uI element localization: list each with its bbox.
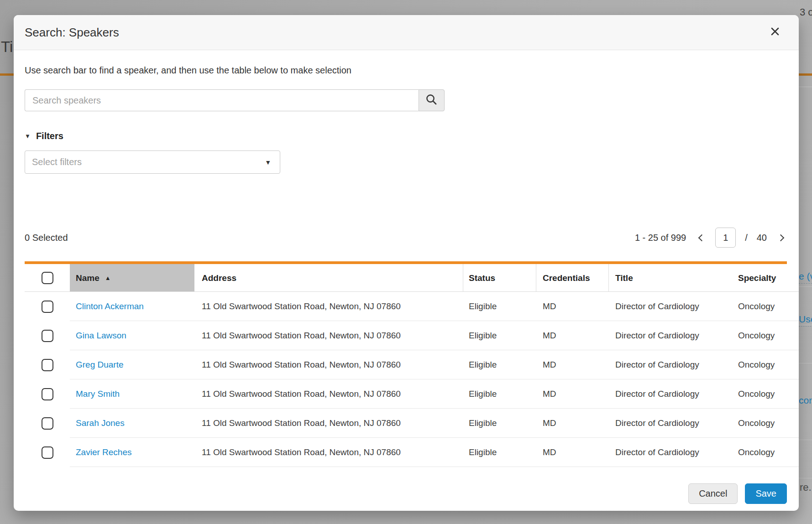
- next-page-button[interactable]: [776, 232, 787, 243]
- select-all-checkbox[interactable]: [42, 272, 53, 284]
- column-header-address: Address: [194, 264, 463, 292]
- header-checkbox-cell: [25, 264, 70, 292]
- speaker-specialty: Oncology: [732, 418, 787, 428]
- close-icon: [770, 26, 780, 38]
- speaker-status: Eligible: [463, 360, 536, 370]
- speaker-name-link[interactable]: Sarah Jones: [76, 418, 125, 428]
- search-icon: [425, 93, 438, 108]
- background-link: con: [799, 395, 812, 406]
- table-row: Mary Smith 11 Old Swartwood Station Road…: [25, 379, 787, 409]
- speaker-specialty: Oncology: [732, 360, 787, 370]
- speaker-status: Eligible: [463, 331, 536, 341]
- column-header-name-label: Name: [76, 273, 100, 283]
- filters-select-input[interactable]: [25, 150, 280, 174]
- speaker-name-link[interactable]: Greg Duarte: [76, 360, 124, 369]
- search-bar: [25, 89, 445, 111]
- filters-collapse-caret-icon: ▼: [25, 133, 31, 139]
- column-header-specialty: Specialty: [732, 264, 787, 292]
- row-checkbox[interactable]: [42, 417, 53, 430]
- background-link: e (v: [799, 271, 812, 284]
- table-header-row: Name ▲ Address Status Credentials Title …: [25, 264, 787, 292]
- row-checkbox[interactable]: [42, 388, 53, 400]
- cancel-button[interactable]: Cancel: [688, 483, 738, 504]
- sort-ascending-icon: ▲: [105, 275, 111, 281]
- table-toolbar: 0 Selected 1 - 25 of 999 / 40: [25, 228, 787, 248]
- background-page-title: Ti: [1, 38, 13, 56]
- speaker-title: Director of Cardiology: [609, 301, 732, 311]
- background-row-line: [799, 440, 812, 440]
- speaker-credentials: MD: [536, 447, 609, 457]
- table-row: Zavier Reches 11 Old Swartwood Station R…: [25, 438, 787, 467]
- column-header-credentials: Credentials: [536, 264, 609, 292]
- background-text: re.: [800, 482, 812, 493]
- background-row-line: [799, 363, 812, 363]
- modal-footer: Cancel Save: [25, 483, 787, 504]
- close-button[interactable]: [769, 26, 781, 39]
- previous-page-button[interactable]: [695, 232, 706, 243]
- row-checkbox[interactable]: [42, 446, 53, 459]
- selected-count: 0 Selected: [25, 233, 68, 243]
- speaker-title: Director of Cardiology: [609, 331, 732, 341]
- modal-header: Search: Speakers: [14, 15, 799, 50]
- speaker-status: Eligible: [463, 447, 536, 457]
- filters-select[interactable]: ▼: [25, 150, 280, 174]
- speaker-address: 11 Old Swartwood Station Road, Newton, N…: [194, 447, 463, 457]
- speaker-name-link[interactable]: Gina Lawson: [76, 331, 126, 340]
- screen: 3 o Ti e (v Use con re. Search: Speakers…: [0, 0, 812, 524]
- row-checkbox[interactable]: [42, 330, 53, 342]
- speaker-title: Director of Cardiology: [609, 360, 732, 370]
- modal-body: Use search bar to find a speaker, and th…: [14, 50, 799, 511]
- speaker-address: 11 Old Swartwood Station Road, Newton, N…: [194, 331, 463, 341]
- column-header-title: Title: [609, 264, 732, 292]
- speaker-address: 11 Old Swartwood Station Road, Newton, N…: [194, 301, 463, 311]
- column-header-status: Status: [463, 264, 536, 292]
- speakers-table: Name ▲ Address Status Credentials Title …: [25, 261, 787, 467]
- speaker-credentials: MD: [536, 360, 609, 370]
- chevron-down-icon: ▼: [265, 159, 271, 166]
- page-number-input[interactable]: [715, 228, 736, 248]
- speaker-name-link[interactable]: Clinton Ackerman: [76, 301, 144, 311]
- background-count-text: 3 o: [800, 6, 812, 18]
- speaker-address: 11 Old Swartwood Station Road, Newton, N…: [194, 360, 463, 370]
- speaker-name-link[interactable]: Zavier Reches: [76, 447, 132, 457]
- speaker-specialty: Oncology: [732, 447, 787, 457]
- speaker-specialty: Oncology: [732, 389, 787, 399]
- speaker-credentials: MD: [536, 389, 609, 399]
- speaker-status: Eligible: [463, 389, 536, 399]
- speaker-credentials: MD: [536, 331, 609, 341]
- page-separator: /: [745, 233, 748, 243]
- table-row: Clinton Ackerman 11 Old Swartwood Statio…: [25, 292, 787, 321]
- total-pages: 40: [757, 233, 767, 243]
- row-checkbox[interactable]: [42, 301, 53, 313]
- background-row-line: [799, 286, 812, 287]
- background-left-band: [0, 76, 14, 101]
- search-speakers-modal: Search: Speakers Use search bar to find …: [14, 15, 799, 511]
- speaker-specialty: Oncology: [732, 331, 787, 341]
- speaker-title: Director of Cardiology: [609, 389, 732, 399]
- search-button[interactable]: [419, 89, 445, 111]
- search-input[interactable]: [25, 89, 419, 111]
- speaker-specialty: Oncology: [732, 301, 787, 311]
- modal-title: Search: Speakers: [25, 26, 119, 40]
- column-header-name[interactable]: Name ▲: [70, 264, 194, 292]
- background-link: Use: [799, 314, 812, 327]
- filters-toggle[interactable]: ▼ Filters: [25, 130, 787, 141]
- speaker-status: Eligible: [463, 301, 536, 311]
- speaker-credentials: MD: [536, 301, 609, 311]
- table-row: Sarah Jones 11 Old Swartwood Station Roa…: [25, 409, 787, 438]
- pagination: 1 - 25 of 999 / 40: [635, 228, 787, 248]
- speaker-address: 11 Old Swartwood Station Road, Newton, N…: [194, 389, 463, 399]
- speaker-status: Eligible: [463, 418, 536, 428]
- pagination-range-label: 1 - 25 of 999: [635, 233, 686, 243]
- table-row: Greg Duarte 11 Old Swartwood Station Roa…: [25, 350, 787, 379]
- speaker-title: Director of Cardiology: [609, 447, 732, 457]
- speaker-name-link[interactable]: Mary Smith: [76, 389, 120, 399]
- background-row-line: [799, 478, 812, 478]
- table-row: Gina Lawson 11 Old Swartwood Station Roa…: [25, 321, 787, 350]
- background-divider: [799, 87, 812, 87]
- instruction-text: Use search bar to find a speaker, and th…: [25, 65, 787, 76]
- speaker-title: Director of Cardiology: [609, 418, 732, 428]
- row-checkbox[interactable]: [42, 359, 53, 371]
- speaker-credentials: MD: [536, 418, 609, 428]
- save-button[interactable]: Save: [745, 483, 787, 504]
